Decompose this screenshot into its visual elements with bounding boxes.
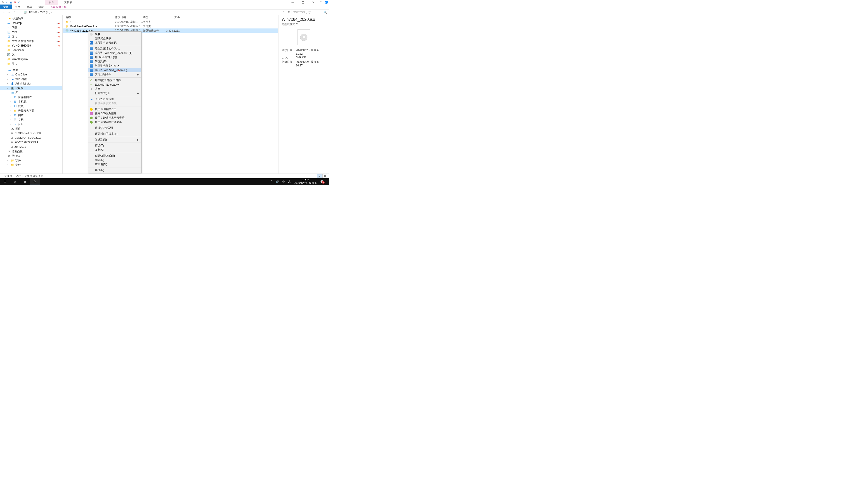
chevron-right-icon[interactable]: › xyxy=(51,11,52,13)
nav-item[interactable]: ›📁软件 xyxy=(0,158,62,163)
menu-item[interactable]: ✎Edit with Notepad++ xyxy=(88,83,141,87)
tab-share[interactable]: 共享 xyxy=(24,4,35,9)
menu-item[interactable]: 使用 360解除占用 xyxy=(88,107,141,111)
refresh-button[interactable]: ⟳ xyxy=(287,11,291,14)
menu-item[interactable]: 刻录光盘映像 xyxy=(88,36,141,41)
menu-item[interactable]: ✿用 蜂蜜浏览器 浏览(3) xyxy=(88,78,141,83)
explorer-taskbar-button[interactable]: 🗂 xyxy=(30,178,40,185)
ribbon-toggle-button[interactable]: ˄ xyxy=(318,0,324,4)
qat-newfolder-icon[interactable]: ▣ xyxy=(9,0,13,4)
nav-item[interactable]: 🖼图片📌 xyxy=(0,34,62,39)
menu-item[interactable]: 添加到压缩文件(A)... xyxy=(88,46,141,51)
menu-item[interactable]: 还原以前的版本(V) xyxy=(88,132,141,136)
menu-item[interactable]: Y上传到有道云笔记 xyxy=(88,41,141,45)
menu-item[interactable]: 使用 360强力删除 xyxy=(88,111,141,116)
nav-item[interactable]: ›♪音乐 xyxy=(0,122,62,127)
breadcrumb[interactable]: 💽 › 此电脑 › 文档 (E:) › xyxy=(23,10,282,14)
nav-item[interactable]: ⬇下载📌 xyxy=(0,25,62,30)
menu-item[interactable]: 解压到 Win7x64_2020\ (E) xyxy=(88,68,141,72)
search-icon[interactable]: 🔍 xyxy=(323,11,327,14)
nav-item[interactable]: 💽G:\ xyxy=(0,53,62,57)
menu-item[interactable]: 解压到(F)... xyxy=(88,59,141,64)
start-button[interactable]: ⊞ xyxy=(0,178,10,185)
nav-item[interactable]: ›☁WPS网盘 xyxy=(0,77,62,81)
details-view-button[interactable]: ☰ xyxy=(317,174,322,178)
table-row[interactable]: 📁 BaiduNetdiskDownload 2020/12/25, 星期五 1… xyxy=(63,24,278,29)
tab-home[interactable]: 主页 xyxy=(12,4,24,9)
nav-item[interactable]: 📁Bandicam xyxy=(0,48,62,53)
nav-quick-access[interactable]: ˅★快速访问 xyxy=(0,16,62,21)
search-button[interactable]: ⌕ xyxy=(10,178,20,185)
col-size[interactable]: 大小 xyxy=(166,15,180,19)
menu-item[interactable]: 用360压缩打开(Q) xyxy=(88,55,141,59)
col-type[interactable]: 类型 xyxy=(143,15,166,19)
nav-item[interactable]: ›📁天翼云盘下载 xyxy=(0,108,62,113)
menu-item[interactable]: 添加到 "Win7x64_2020.zip" (T) xyxy=(88,51,141,55)
nav-item[interactable]: ›🎞视频 xyxy=(0,104,62,108)
nav-item[interactable]: ›☁OneDrive xyxy=(0,72,62,77)
minimize-button[interactable]: ― xyxy=(288,0,298,4)
column-headers[interactable]: 名称 修改日期 类型 大小 xyxy=(63,15,278,20)
nav-item[interactable]: ⚙控制面板 xyxy=(0,149,62,154)
chevron-right-icon[interactable]: › xyxy=(28,11,28,13)
ime-indicator[interactable]: 中 xyxy=(282,180,285,184)
menu-item[interactable]: 剪切(T) xyxy=(88,143,141,148)
nav-item[interactable]: 🗑回收站 xyxy=(0,154,62,158)
col-name[interactable]: 名称 xyxy=(65,15,115,19)
nav-item[interactable]: 🖥DESKTOP-NJEU3CG xyxy=(0,135,62,140)
nav-item[interactable]: ›👤Administrator xyxy=(0,81,62,86)
nav-this-pc[interactable]: ›💻此电脑 xyxy=(0,86,62,90)
action-center-button[interactable]: 💬3 xyxy=(320,180,324,183)
tab-view[interactable]: 查看 xyxy=(35,4,47,9)
menu-item[interactable]: ☁上传到百度云盘 xyxy=(88,97,141,101)
nav-forward-button[interactable]: → xyxy=(6,11,12,14)
nav-item[interactable]: 📁win7重装win7 xyxy=(0,57,62,61)
breadcrumb-seg[interactable]: 此电脑 xyxy=(29,10,37,14)
nav-item[interactable]: ›📁文件 xyxy=(0,163,62,167)
chevron-right-icon[interactable]: › xyxy=(38,11,39,13)
menu-item[interactable]: 删除(D) xyxy=(88,158,141,162)
clock[interactable]: 16:32 2020/12/25, 星期五 xyxy=(294,179,317,185)
tab-disc-tools[interactable]: 光盘映像工具 xyxy=(47,4,70,9)
menu-item[interactable]: ⇪共享 xyxy=(88,87,141,91)
nav-item[interactable]: 📄文档📌 xyxy=(0,30,62,34)
nav-item[interactable]: ›📄文档 xyxy=(0,118,62,122)
nav-item[interactable]: ▬Desktop📌 xyxy=(0,21,62,25)
breadcrumb-seg[interactable]: 文档 (E:) xyxy=(40,10,51,14)
menu-item[interactable]: 属性(R) xyxy=(88,168,141,172)
qat-customize-icon[interactable]: ▾ xyxy=(21,0,25,4)
close-button[interactable]: ✕ xyxy=(308,0,318,4)
nav-item[interactable]: 🖥PC-20190530OBLA xyxy=(0,140,62,144)
nav-item[interactable]: 🖥ZMT2019 xyxy=(0,144,62,149)
nav-item[interactable]: 📁YUNQISHI2019📌 xyxy=(0,43,62,48)
menu-item[interactable]: 使用 360进行木马云查杀 xyxy=(88,116,141,120)
qat-delete-icon[interactable]: ✕ xyxy=(13,0,17,4)
qat-prop-icon[interactable]: ▫ xyxy=(5,0,8,4)
nav-item[interactable]: ›🖼本机照片 xyxy=(0,99,62,104)
search-input[interactable]: 搜索"文档 (E:)" 🔍 xyxy=(291,10,328,14)
task-view-button[interactable]: ⧉ xyxy=(20,178,30,185)
nav-item[interactable]: 📁图片 xyxy=(0,61,62,66)
nav-back-button[interactable]: ← xyxy=(1,11,6,14)
col-date[interactable]: 修改日期 xyxy=(115,15,143,19)
menu-item[interactable]: 打开方式(H)▶ xyxy=(88,91,141,95)
network-icon[interactable]: 🖧 xyxy=(288,180,291,183)
menu-item[interactable]: 解压到当前文件夹(X) xyxy=(88,64,141,68)
tab-file[interactable]: 文件 xyxy=(0,4,12,9)
nav-item[interactable]: ›🖼保存的图片 xyxy=(0,95,62,99)
nav-recent-button[interactable]: ˅ xyxy=(12,11,17,14)
menu-item[interactable]: 重命名(M) xyxy=(88,162,141,166)
menu-item[interactable]: 创建快捷方式(S) xyxy=(88,154,141,158)
help-button[interactable]: ? xyxy=(324,0,329,4)
volume-icon[interactable]: 🔊 xyxy=(276,180,279,183)
icons-view-button[interactable]: ▦ xyxy=(322,174,327,178)
menu-item[interactable]: 装载 xyxy=(88,32,141,36)
nav-up-button[interactable]: ↑ xyxy=(17,11,23,14)
menu-item[interactable]: 通过QQ发送到 xyxy=(88,126,141,130)
address-history-button[interactable]: ˅ xyxy=(282,11,286,14)
nav-item[interactable]: 🖥DESKTOP-LSSOEDP xyxy=(0,131,62,135)
nav-libraries[interactable]: ˅🗃库 xyxy=(0,90,62,95)
maximize-button[interactable]: ▢ xyxy=(298,0,308,4)
nav-network[interactable]: ˅🖧网络 xyxy=(0,127,62,131)
table-row[interactable]: 📁 1 2020/12/15, 星期二 1... 文件夹 xyxy=(63,20,278,24)
